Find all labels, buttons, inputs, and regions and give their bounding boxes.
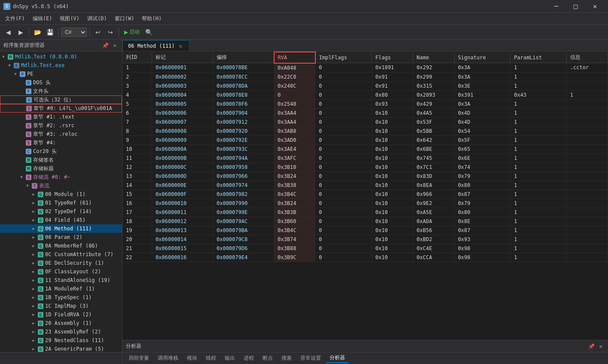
tree-toggle-icon[interactable]: ▶ bbox=[30, 208, 37, 215]
table-row[interactable]: 10x060000010x000078BE0xA04800x18910x2920… bbox=[122, 63, 608, 73]
tree-toggle-icon[interactable]: ▼ bbox=[6, 62, 13, 69]
tree-item[interactable]: M存储标题 bbox=[0, 164, 122, 173]
bottom-tab-调用堆栈[interactable]: 调用堆栈 bbox=[154, 354, 182, 363]
table-row[interactable]: 100x0600000A0x0000793C0x3AE400x100x6BE0x… bbox=[122, 144, 608, 153]
tree-item[interactable]: ▶G11 StandAloneSig (19) bbox=[0, 276, 122, 284]
tree-item[interactable]: ▶G23 AssemblyRef (2) bbox=[0, 327, 122, 336]
table-row[interactable]: 70x060000070x000079120x3AA400x100x53F0x4… bbox=[122, 117, 608, 126]
tree-item[interactable]: ▼T表流 bbox=[0, 181, 122, 190]
table-row[interactable]: 80x060000080x000079200x3AB800x100x5BB0x5… bbox=[122, 126, 608, 135]
toolbar-save-button[interactable]: 💾 bbox=[44, 27, 55, 38]
tree-toggle-icon[interactable]: ▶ bbox=[30, 191, 37, 198]
table-row[interactable]: 160x060000100x000079900x3B2400x100x9E20x… bbox=[122, 199, 608, 208]
tree-item[interactable]: O可选头（32 位） bbox=[0, 95, 122, 104]
table-row[interactable]: 110x0600000B0x0000794A0x3AFC00x100x7450x… bbox=[122, 153, 608, 162]
tree-item[interactable]: M存储签名 bbox=[0, 156, 122, 164]
table-row[interactable]: 150x0600000F0x000079820x3B4C00x100x9660x… bbox=[122, 190, 608, 199]
data-table-container[interactable]: 列ID 标记 偏移 RVA ImplFlags Flags Name Signa… bbox=[122, 52, 608, 340]
tree-toggle-icon[interactable]: ▶ bbox=[30, 242, 37, 249]
table-row[interactable]: 200x060000140x000079C80x3B7400x100xBD20x… bbox=[122, 235, 608, 244]
tree-item[interactable]: S章节 #0: L4?L_\u001F\u001A bbox=[0, 104, 122, 113]
tree-toggle-icon[interactable]: ▼ bbox=[24, 182, 31, 189]
col-name[interactable]: Name bbox=[413, 52, 454, 63]
analyzer-close-button[interactable]: ✕ bbox=[597, 343, 605, 350]
bottom-tab-输出[interactable]: 输出 bbox=[221, 354, 238, 363]
tree-item[interactable]: ▶G0E DeclSecurity (1) bbox=[0, 259, 122, 267]
table-row[interactable]: 40x060000040x000078E8000x800x20930x3910x… bbox=[122, 90, 608, 99]
table-row[interactable]: 50x060000050x000078F60x254000x930x4290x3… bbox=[122, 99, 608, 108]
tree-item[interactable]: S章节 #1: .text bbox=[0, 113, 122, 121]
minimize-button[interactable]: ─ bbox=[547, 0, 566, 13]
tree-item[interactable]: ▶G06 Method (111) bbox=[0, 224, 122, 233]
col-id[interactable]: 列ID bbox=[122, 52, 152, 63]
col-signature[interactable]: Signature bbox=[454, 52, 510, 63]
tree-item[interactable]: S章节 #4: bbox=[0, 138, 122, 147]
table-row[interactable]: 190x060000130x000079BA0x3B4C00x100xB560x… bbox=[122, 226, 608, 235]
tree-item[interactable]: S章节 #2: .rsrc bbox=[0, 121, 122, 130]
table-row[interactable]: 180x060000120x000079AC0x3B6000x100xADA0x… bbox=[122, 217, 608, 226]
bottom-tab-模块[interactable]: 模块 bbox=[183, 354, 201, 363]
tree-item[interactable]: DDOS 头 bbox=[0, 78, 122, 87]
table-row[interactable]: 90x060000090x0000792E0x3AD000x100x6420x5… bbox=[122, 135, 608, 144]
tree-toggle-icon[interactable]: ▼ bbox=[18, 174, 25, 180]
assembly-tree[interactable]: ▼MMdlib.Test (0.0.0.0)▼EMdlib.Test.exe▼P… bbox=[0, 52, 122, 352]
search-button[interactable]: 🔍 bbox=[144, 28, 154, 37]
tree-item[interactable]: S章节 #3: .reloc bbox=[0, 130, 122, 138]
menu-help[interactable]: 帮助(H) bbox=[138, 14, 165, 24]
tree-item[interactable]: ▼MMdlib.Test (0.0.0.0) bbox=[0, 52, 122, 61]
menu-view[interactable]: 视图(V) bbox=[56, 14, 83, 24]
tree-toggle-icon[interactable]: ▶ bbox=[30, 234, 37, 241]
bottom-tab-异常设置[interactable]: 异常设置 bbox=[297, 354, 324, 363]
tree-item[interactable]: ▼S存储流 #0: #~ bbox=[0, 173, 122, 181]
tree-toggle-icon[interactable]: ▶ bbox=[30, 260, 37, 266]
tree-item[interactable]: ▶G04 Field (45) bbox=[0, 216, 122, 224]
tree-toggle-icon[interactable]: ▶ bbox=[30, 303, 37, 309]
tree-toggle-icon[interactable]: ▶ bbox=[30, 337, 37, 344]
main-tab[interactable]: 06 Method (111) ✕ bbox=[122, 40, 189, 51]
tree-toggle-icon[interactable]: ▶ bbox=[30, 294, 37, 301]
close-button[interactable]: ✕ bbox=[585, 0, 605, 13]
bottom-tab-分析器[interactable]: 分析器 bbox=[326, 354, 348, 363]
tree-item[interactable]: ▶G1B TypeSpec (1) bbox=[0, 293, 122, 302]
tree-item[interactable]: ▼EMdlib.Test.exe bbox=[0, 61, 122, 70]
tree-item[interactable]: ▶G29 NestedClass (11) bbox=[0, 336, 122, 345]
analyzer-pin-button[interactable]: 📌 bbox=[587, 343, 595, 350]
bottom-tab-局部变量[interactable]: 局部变量 bbox=[125, 354, 153, 363]
tree-toggle-icon[interactable]: ▶ bbox=[30, 277, 37, 284]
table-row[interactable]: 170x060000110x0000799E0x3B3B00x100xA5E0x… bbox=[122, 208, 608, 217]
bottom-tab-进程[interactable]: 进程 bbox=[240, 354, 257, 363]
menu-debug[interactable]: 调试(D) bbox=[84, 14, 110, 24]
tree-item[interactable]: CCor20 头 bbox=[0, 147, 122, 156]
tree-toggle-icon[interactable]: ▶ bbox=[30, 311, 37, 318]
tree-toggle-icon[interactable]: ▶ bbox=[30, 285, 37, 292]
table-row[interactable]: 130x0600000D0x000079660x3B2400x100x83D0x… bbox=[122, 171, 608, 180]
tree-item[interactable]: ▶G1D FieldRVA (2) bbox=[0, 310, 122, 319]
close-panel-button[interactable]: ✕ bbox=[111, 42, 119, 49]
toolbar-redo-button[interactable]: ↪ bbox=[105, 27, 116, 38]
col-implflags[interactable]: ImplFlags bbox=[315, 52, 372, 63]
table-row[interactable]: 60x060000060x000079040x3AA400x100x4A50x4… bbox=[122, 108, 608, 117]
bottom-tab-断点[interactable]: 断点 bbox=[259, 354, 276, 363]
tree-toggle-icon[interactable]: ▶ bbox=[30, 320, 37, 327]
tree-toggle-icon[interactable]: ▶ bbox=[30, 225, 37, 232]
menu-edit[interactable]: 编辑(E) bbox=[29, 14, 56, 24]
pin-button[interactable]: 📌 bbox=[101, 42, 109, 49]
tree-item[interactable]: ▶G08 Param (2) bbox=[0, 233, 122, 242]
tree-toggle-icon[interactable]: ▶ bbox=[30, 346, 37, 352]
table-row[interactable]: 30x060000030x000078DA0x240C00x910x3150x3… bbox=[122, 81, 608, 90]
table-row[interactable]: 140x0600000E0x000079740x3B3800x100x8EA0x… bbox=[122, 180, 608, 190]
toolbar-forward-button[interactable]: ▶ bbox=[15, 27, 26, 38]
language-select[interactable]: C# IL bbox=[61, 28, 87, 37]
tree-toggle-icon[interactable]: ▶ bbox=[30, 328, 37, 335]
tab-close-button[interactable]: ✕ bbox=[177, 43, 184, 49]
tree-item[interactable]: ▶G02 TypeDef (14) bbox=[0, 207, 122, 216]
tree-toggle-icon[interactable]: ▼ bbox=[0, 53, 7, 60]
tree-item[interactable]: ▶G0A MemberRef (86) bbox=[0, 242, 122, 250]
col-paramlist[interactable]: ParamList bbox=[510, 52, 567, 63]
table-row[interactable]: 120x0600000C0x000079580x3B1000x100x7C10x… bbox=[122, 162, 608, 171]
col-offset[interactable]: 偏移 bbox=[213, 52, 274, 63]
tree-item[interactable]: ▶G01 TypeRef (61) bbox=[0, 199, 122, 207]
tree-item[interactable]: ▶G0F ClassLayout (2) bbox=[0, 267, 122, 276]
tree-toggle-icon[interactable]: ▶ bbox=[30, 268, 37, 275]
tree-item[interactable]: ▼PPE bbox=[0, 70, 122, 78]
